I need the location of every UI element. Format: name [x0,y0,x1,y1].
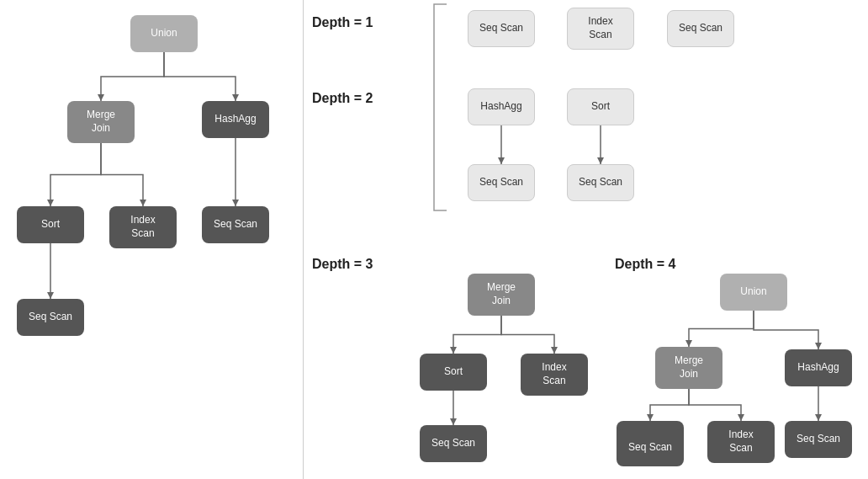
svg-marker-13 [647,414,654,421]
node-r_seq_scan_7: Seq Scan [617,429,684,466]
depth-label-d2: Depth = 2 [312,91,373,106]
svg-marker-2 [47,200,54,206]
svg-marker-11 [685,340,692,347]
svg-marker-10 [450,418,457,425]
node-r_index_scan_2: Index Scan [521,354,588,396]
node-r_index_scan_1: Index Scan [567,8,634,50]
svg-marker-7 [597,157,604,164]
node-r_seq_scan_2: Seq Scan [667,10,734,47]
node-r_seq_scan_3: Seq Scan [468,164,535,201]
node-r_seq_scan_6: Seq Scan [785,421,852,458]
depth-label-d4: Depth = 4 [615,257,675,272]
left-tree: UnionMerge JoinHashAggSortIndex ScanSeq … [0,0,303,479]
svg-marker-4 [232,200,239,206]
depth-label-d1: Depth = 1 [312,15,373,30]
node-r_index_scan_3: Index Scan [707,421,775,463]
node-r_hashagg_2: HashAgg [785,349,852,386]
svg-marker-6 [498,157,505,164]
svg-marker-3 [140,200,146,206]
node-index_scan: Index Scan [109,206,177,248]
node-r_seq_scan_1: Seq Scan [468,10,535,47]
node-hashagg: HashAgg [202,101,269,138]
node-sort: Sort [17,206,84,243]
svg-marker-5 [47,292,54,299]
node-seq_scan1: Seq Scan [202,206,269,243]
depth-label-d3: Depth = 3 [312,257,373,272]
svg-marker-14 [738,414,744,421]
node-r_seq_scan_5: Seq Scan [420,425,487,462]
node-r_hashagg_1: HashAgg [468,88,535,125]
svg-marker-16 [815,414,822,421]
node-union: Union [130,15,198,52]
node-r_merge_join_2: Merge Join [468,274,535,316]
node-r_merge_join_3: Merge Join [655,347,722,389]
svg-marker-9 [551,347,558,354]
node-seq_scan2: Seq Scan [17,299,84,336]
svg-marker-8 [450,347,457,354]
node-r_sort_1: Sort [567,88,634,125]
node-r_sort_2: Sort [420,354,487,391]
svg-marker-12 [815,343,822,349]
node-r_union_2: Union [720,274,787,311]
svg-marker-1 [232,94,239,101]
node-merge_join: Merge Join [67,101,135,143]
right-section: Depth = 1Depth = 2Depth = 3Depth = 4Seq … [303,0,868,479]
svg-marker-0 [98,94,104,101]
node-r_seq_scan_4: Seq Scan [567,164,634,201]
